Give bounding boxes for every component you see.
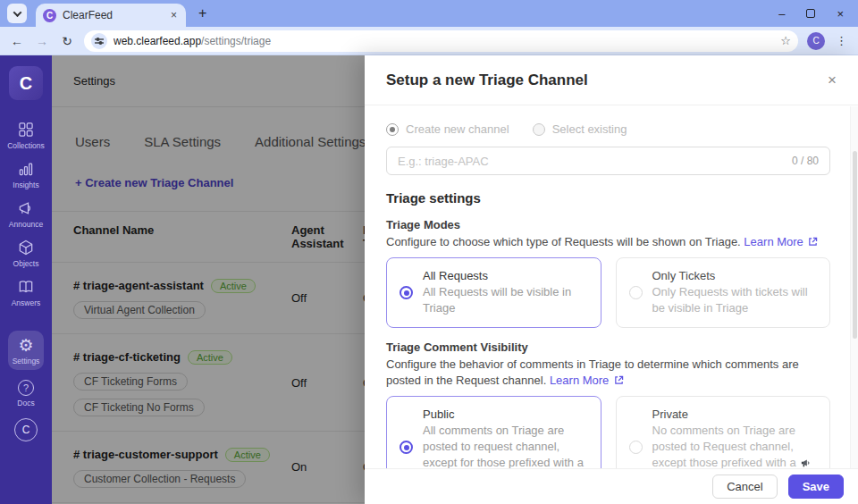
sidebar-item-docs[interactable]: ? Docs bbox=[17, 380, 34, 407]
sidebar-item-announce[interactable]: Announce bbox=[9, 199, 43, 229]
user-avatar[interactable]: C bbox=[14, 418, 38, 441]
sidebar-item-settings[interactable]: ⚙ Settings bbox=[8, 331, 45, 370]
clearfeed-logo[interactable]: C bbox=[9, 66, 43, 100]
option-private[interactable]: Private No comments on Triage are posted… bbox=[616, 396, 831, 468]
option-only-tickets[interactable]: Only Tickets Only Requests with tickets … bbox=[616, 257, 831, 328]
triage-settings-heading: Triage settings bbox=[386, 190, 830, 206]
comment-visibility-label: Triage Comment Visibility bbox=[386, 340, 830, 354]
radio-label: Create new channel bbox=[406, 122, 509, 136]
setup-triage-channel-drawer: Setup a new Triage Channel × Create new … bbox=[365, 55, 858, 504]
triage-mode-options: All Requests All Requests will be visibl… bbox=[386, 257, 830, 328]
app-sidebar: C Collections Insights Announce Objects … bbox=[0, 55, 52, 504]
comment-visibility-options: Public All comments on Triage are posted… bbox=[386, 396, 830, 468]
address-bar[interactable]: web.clearfeed.app/settings/triage ☆ bbox=[84, 30, 798, 52]
forward-button[interactable]: → bbox=[34, 34, 50, 48]
sidebar-item-insights[interactable]: Insights bbox=[13, 160, 38, 189]
char-counter: 0 / 80 bbox=[792, 155, 819, 167]
megaphone-icon bbox=[17, 199, 35, 217]
sidebar-item-label: Docs bbox=[17, 399, 34, 407]
option-title: Public bbox=[423, 407, 588, 421]
option-public[interactable]: Public All comments on Triage are posted… bbox=[386, 396, 601, 468]
drawer-scrollbar[interactable] bbox=[850, 106, 858, 504]
sidebar-item-label: Answers bbox=[12, 298, 41, 307]
sidebar-item-objects[interactable]: Objects bbox=[13, 239, 39, 268]
url-text[interactable]: web.clearfeed.app/settings/triage bbox=[114, 35, 774, 47]
modal-overlay[interactable] bbox=[52, 55, 365, 504]
radio-unselected-icon bbox=[629, 286, 643, 299]
cancel-button[interactable]: Cancel bbox=[712, 475, 777, 499]
browser-tab[interactable]: C ClearFeed × bbox=[36, 4, 186, 27]
channel-name-field: 0 / 80 bbox=[386, 147, 830, 175]
sidebar-item-label: Settings bbox=[13, 357, 40, 365]
sidebar-item-label: Announce bbox=[9, 220, 43, 229]
sidebar-item-label: Insights bbox=[13, 181, 38, 189]
refresh-button[interactable]: ↻ bbox=[59, 34, 75, 48]
tab-search-chevron-button[interactable] bbox=[7, 4, 27, 23]
comment-visibility-description: Configure the behavior of comments in Tr… bbox=[386, 357, 830, 389]
radio-unselected-icon bbox=[533, 123, 545, 136]
radio-selected-icon bbox=[400, 441, 413, 454]
gear-icon: ⚙ bbox=[18, 337, 33, 354]
back-button[interactable]: ← bbox=[9, 34, 25, 48]
radio-unselected-icon bbox=[629, 441, 643, 454]
triage-modes-description: Configure to choose which type of Reques… bbox=[386, 234, 830, 250]
close-icon[interactable]: × bbox=[828, 71, 837, 89]
option-title: All Requests bbox=[423, 269, 588, 282]
browser-menu-icon[interactable]: ⋮ bbox=[834, 34, 849, 47]
radio-label: Select existing bbox=[552, 122, 627, 136]
window-close-button[interactable]: × bbox=[837, 7, 844, 21]
sidebar-item-label: Collections bbox=[7, 141, 45, 150]
bar-chart-icon bbox=[17, 160, 35, 178]
drawer-header: Setup a new Triage Channel × bbox=[365, 55, 858, 105]
option-description: No comments on Triage are posted to Requ… bbox=[652, 423, 818, 468]
sidebar-item-collections[interactable]: Collections bbox=[7, 121, 45, 150]
clearfeed-favicon: C bbox=[43, 9, 56, 22]
window-minimize-button[interactable]: – bbox=[778, 7, 785, 21]
drawer-body: Create new channel Select existing 0 / 8… bbox=[365, 106, 850, 468]
grid-icon bbox=[17, 121, 35, 139]
chevron-down-icon bbox=[13, 8, 21, 17]
browser-toolbar: ← → ↻ web.clearfeed.app/settings/triage … bbox=[0, 27, 858, 55]
tab-title: ClearFeed bbox=[63, 9, 169, 21]
radio-select-existing[interactable]: Select existing bbox=[533, 122, 627, 136]
learn-more-link[interactable]: Learn More bbox=[744, 235, 803, 248]
loudspeaker-icon bbox=[801, 458, 812, 468]
sidebar-item-answers[interactable]: Answers bbox=[12, 278, 41, 307]
option-description: All comments on Triage are posted to req… bbox=[423, 423, 588, 468]
help-icon: ? bbox=[18, 380, 34, 396]
scrollbar-thumb[interactable] bbox=[853, 151, 857, 339]
radio-selected-icon bbox=[400, 286, 413, 299]
drawer-title: Setup a new Triage Channel bbox=[386, 71, 588, 89]
option-title: Only Tickets bbox=[652, 269, 818, 282]
option-description: All Requests will be visible in Triage bbox=[423, 284, 588, 316]
new-tab-button[interactable]: + bbox=[198, 5, 206, 21]
window-maximize-button[interactable] bbox=[806, 9, 815, 18]
radio-selected-icon bbox=[386, 123, 399, 136]
channel-name-input[interactable] bbox=[398, 155, 792, 168]
triage-modes-label: Triage Modes bbox=[386, 218, 830, 231]
drawer-footer: Cancel Save bbox=[365, 468, 858, 504]
external-link-icon bbox=[614, 375, 624, 385]
external-link-icon bbox=[808, 237, 818, 247]
browser-profile-avatar[interactable]: C bbox=[807, 32, 825, 50]
option-all-requests[interactable]: All Requests All Requests will be visibl… bbox=[386, 257, 601, 328]
sidebar-item-label: Objects bbox=[13, 259, 39, 268]
save-button[interactable]: Save bbox=[788, 475, 844, 499]
radio-create-new-channel[interactable]: Create new channel bbox=[386, 122, 509, 136]
cube-icon bbox=[17, 239, 35, 256]
option-title: Private bbox=[652, 407, 818, 421]
url-path: /settings/triage bbox=[201, 35, 271, 47]
channel-source-radio-group: Create new channel Select existing bbox=[386, 122, 830, 136]
bookmark-star-icon[interactable]: ☆ bbox=[780, 34, 791, 47]
book-icon bbox=[17, 278, 35, 296]
site-info-icon[interactable] bbox=[91, 33, 107, 49]
url-domain: web.clearfeed.app bbox=[114, 35, 201, 47]
option-description: Only Requests with tickets will be visib… bbox=[652, 284, 818, 316]
tab-close-icon[interactable]: × bbox=[169, 9, 179, 21]
learn-more-link[interactable]: Learn More bbox=[550, 374, 609, 387]
browser-tab-strip: C ClearFeed × + – × bbox=[0, 0, 858, 27]
